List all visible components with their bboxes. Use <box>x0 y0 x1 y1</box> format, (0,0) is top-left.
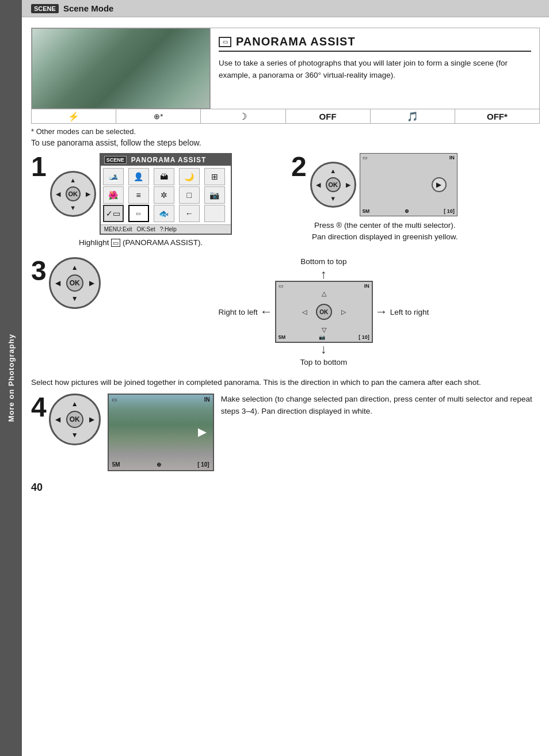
step4-camera-screen: ▭ IN ▶ 5M ⊕ [ 10] <box>108 394 214 471</box>
step4-section: 4 OK ▲ ▼ ◀ ▶ ▭ IN ▶ 5M ⊕ [ 10] Make se <box>22 394 549 471</box>
menu-footer-exit: MENU:Exit <box>104 226 132 232</box>
pan-5m: 5M <box>279 334 286 340</box>
panorama-image <box>32 28 210 109</box>
menu-item-7: ≡ <box>128 186 149 204</box>
pan-10: [ 10] <box>359 334 369 340</box>
page-header: SCENE Scene Mode <box>22 0 549 17</box>
scene-menu-grid: 🎿 👤 🏔 🌙 ⊞ 🌺 ≡ ✲ □ 📷 <box>101 166 231 224</box>
step4-ok-btn: OK <box>66 411 83 428</box>
steps-1-2: 1 OK ▲ ▼ ◀ ▶ SCE <box>22 153 549 247</box>
pan-label-bottom: Top to bottom <box>300 358 347 366</box>
cf-10: [ 10] <box>444 208 455 214</box>
s2-arrow-down: ▼ <box>330 195 336 202</box>
menu-item-6: 🌺 <box>103 186 124 204</box>
panorama-description: ▭ PANORAMA ASSIST Use to take a series o… <box>210 28 539 109</box>
pan-nav-dn: ▽ <box>322 326 326 334</box>
step1-ok-btn: OK <box>66 186 81 201</box>
s3-rt: ▶ <box>89 279 94 287</box>
top-inner: ▭ PANORAMA ASSIST Use to take a series o… <box>32 28 539 109</box>
pan-icon-c: 📷 <box>319 334 325 340</box>
pan-camera-screen: ▭ IN OK △ ▽ ◁ ▷ 5M 📷 <box>275 281 373 343</box>
asterisk-note: * Other modes can be selected. <box>22 124 549 137</box>
menu-item-panorama: ▭ <box>128 205 149 222</box>
scene-badge: SCENE <box>31 4 59 13</box>
cf-bottom: 5M ⊕ [ 10] <box>360 208 457 214</box>
side-tab: More on Photography <box>0 0 22 756</box>
step3-left: 3 OK ▲ ▼ ◀ ▶ <box>31 257 101 309</box>
menu-item-check: ✓▭ <box>103 205 124 222</box>
pan-nav: OK △ ▽ ◁ ▷ <box>301 289 347 335</box>
step2-content: OK ▲ ▼ ◀ ▶ ▭ IN ▶ <box>310 153 460 243</box>
s4-rt: ▶ <box>89 415 94 423</box>
step4-photo <box>109 395 213 470</box>
s3-lf: ◀ <box>55 279 60 287</box>
step2-ok-btn: OK <box>326 177 341 192</box>
scene-menu-titlebar: SCENE PANORAMA ASSIST <box>101 154 231 166</box>
step3-section: 3 OK ▲ ▼ ◀ ▶ Bottom to top ↑ Right to le… <box>22 257 549 366</box>
s2-arrow-up: ▲ <box>330 167 336 174</box>
steps-intro: To use panorama assist, follow the steps… <box>22 137 549 153</box>
cf-icon-panorama: ▭ <box>363 155 368 161</box>
icon-flash: ⚡ <box>32 110 116 123</box>
menu-item-10: 📷 <box>204 186 225 204</box>
step2-block: 2 OK ▲ ▼ ◀ ▶ ▭ IN <box>291 153 540 247</box>
step3-ok-btn: OK <box>66 274 83 292</box>
panorama-section: ▭ PANORAMA ASSIST Use to take a series o… <box>31 28 540 124</box>
icon-mic: 🎵 <box>371 110 455 123</box>
icon-redeye: ⊕* <box>116 111 200 122</box>
scene-badge-small: SCENE <box>104 156 127 164</box>
menu-item-13: ← <box>179 205 200 222</box>
s3-up: ▲ <box>71 264 78 272</box>
s4-pan-direction: ▶ <box>198 426 206 438</box>
pan-label-left: Right to left <box>218 308 257 316</box>
pan-nav-rt: ▷ <box>341 308 346 316</box>
s4-tr: IN <box>204 396 210 403</box>
left-arrow: ← <box>260 304 273 319</box>
menu-item-14 <box>204 205 225 222</box>
pan-nav-overlay: OK △ ▽ ◁ ▷ <box>276 282 372 342</box>
scene-menu-title: PANORAMA ASSIST <box>131 156 207 164</box>
s3-dn: ▼ <box>71 295 78 303</box>
menu-item-12: 🐟 <box>154 205 174 222</box>
right-arrow: → <box>375 304 388 319</box>
s4-tl: ▭ <box>112 396 117 403</box>
s2-arrow-right: ▶ <box>346 181 350 189</box>
pan-nav-lf: ◁ <box>302 308 307 316</box>
select-caption: Select how pictures will be joined toget… <box>22 372 549 394</box>
side-tab-label: More on Photography <box>7 334 16 422</box>
panorama-icon-inline: ▭ <box>111 239 120 247</box>
s4-count: [ 10] <box>197 461 209 468</box>
down-arrow: ↓ <box>321 343 327 356</box>
menu-item-9: □ <box>179 186 200 204</box>
play-btn: ▶ <box>432 177 447 192</box>
menu-footer-set: OK:Set <box>137 226 155 232</box>
label-off1: OFF <box>286 110 370 123</box>
step1-selector: OK ▲ ▼ ◀ ▶ <box>50 171 96 217</box>
pan-diagram: Bottom to top ↑ Right to left ← ▭ IN OK … <box>108 257 540 366</box>
step2-selector: OK ▲ ▼ ◀ ▶ <box>310 162 356 208</box>
s4-bottom: 5M ⊕ [ 10] <box>109 461 213 468</box>
cf-icon-in: IN <box>449 155 455 161</box>
pan-middle: Right to left ← ▭ IN OK △ ▽ ◁ ▷ <box>218 281 429 343</box>
step2-caption: Press ® (the center of the multi selecto… <box>310 220 460 243</box>
menu-footer-help: ?:Help <box>160 226 177 232</box>
step1-controls: OK ▲ ▼ ◀ ▶ SCENE PANORAMA ASSIST <box>50 153 232 235</box>
arrow-up: ▲ <box>70 177 76 184</box>
step1-caption: Highlight ▭ (PANORAMA ASSIST). <box>50 238 232 247</box>
page-number: 40 <box>22 476 549 496</box>
step4-selector: OK ▲ ▼ ◀ ▶ <box>49 394 101 445</box>
scene-menu: SCENE PANORAMA ASSIST 🎿 👤 🏔 🌙 ⊞ <box>100 153 232 235</box>
menu-item-2: 👤 <box>128 168 149 185</box>
pan-label-right: Left to right <box>390 308 429 316</box>
step2-camera-screen: ▭ IN ▶ 5M ⊕ [ 10] <box>360 153 458 216</box>
menu-item-4: 🌙 <box>179 168 200 185</box>
s4-dn: ▼ <box>71 431 78 439</box>
s4-5m: 5M <box>112 461 120 468</box>
step2-controls: OK ▲ ▼ ◀ ▶ ▭ IN ▶ <box>310 153 460 216</box>
cf-5m: 5M <box>363 208 370 214</box>
pan-label-top: Bottom to top <box>300 257 346 266</box>
menu-item-5: ⊞ <box>204 168 225 185</box>
menu-item-8: ✲ <box>154 186 174 204</box>
s2-arrow-left: ◀ <box>316 181 321 189</box>
step1-block: 1 OK ▲ ▼ ◀ ▶ SCE <box>31 153 280 247</box>
